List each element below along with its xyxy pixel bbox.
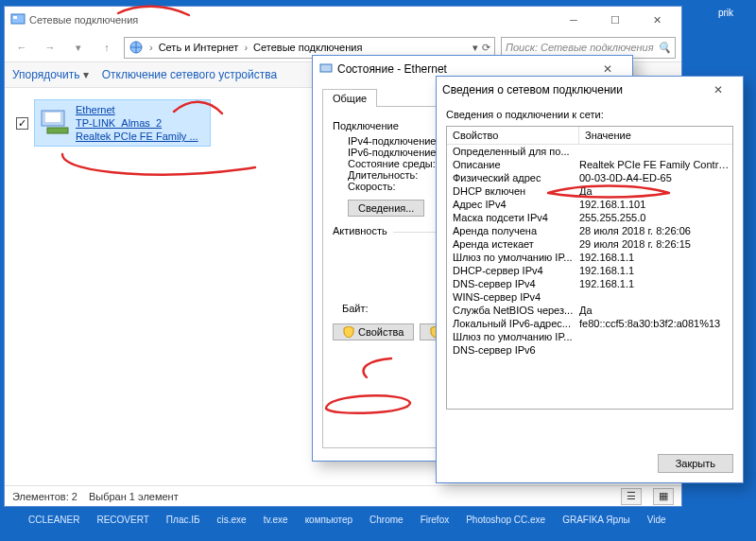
property-row[interactable]: WINS-сервер IPv4 [447, 290, 732, 304]
view-icons-button[interactable]: ▦ [653, 488, 674, 505]
properties-header[interactable]: Свойство Значение [447, 127, 732, 145]
property-row[interactable]: Определенный для по... [447, 145, 732, 158]
svg-rect-5 [47, 128, 68, 133]
property-row[interactable]: Шлюз по умолчанию IP...192.168.1.1 [447, 251, 732, 264]
task-label[interactable]: Vide [647, 515, 666, 525]
task-label[interactable]: Firefox [421, 515, 450, 525]
property-row[interactable]: Маска подсети IPv4255.255.255.0 [447, 211, 732, 224]
property-value: 192.168.1.101 [579, 199, 732, 210]
property-value [579, 331, 732, 342]
ethernet-icon [318, 61, 334, 79]
property-name: Физический адрес [447, 172, 579, 183]
task-label[interactable]: CCLEANER [28, 515, 79, 525]
property-name: DHCP включен [447, 185, 579, 197]
adapter-ssid[interactable]: TP-LINK_Almas_2 [76, 116, 198, 130]
refresh-icon[interactable]: ⟳ [482, 42, 490, 54]
task-label[interactable]: Плас.IБ [166, 515, 200, 525]
disable-device-button[interactable]: Отключение сетевого устройства [102, 68, 277, 81]
property-name: Служба NetBIOS через... [447, 305, 579, 316]
desktop-label[interactable]: prik [699, 8, 752, 18]
properties-button[interactable]: Свойства [333, 323, 414, 340]
property-row[interactable]: Аренда получена28 июля 2018 г. 8:26:06 [447, 224, 732, 237]
details-dialog: Сведения о сетевом подключении ✕ Сведени… [436, 76, 744, 483]
property-value: 192.168.1.1 [579, 265, 732, 276]
svg-rect-4 [45, 113, 60, 122]
property-value: 192.168.1.1 [579, 278, 732, 289]
property-name: DNS-сервер IPv4 [447, 278, 579, 289]
property-value: Да [579, 185, 732, 197]
dropdown-icon[interactable]: ▾ [472, 42, 478, 54]
status-dialog-title: Состояние - Ethernet [337, 62, 447, 76]
property-name: Локальный IPv6-адрес... [447, 318, 579, 329]
property-value [579, 146, 732, 157]
organize-menu[interactable]: Упорядочить ▾ [12, 68, 89, 81]
property-name: Описание [447, 159, 579, 170]
col-property[interactable]: Свойство [447, 127, 579, 144]
task-label[interactable]: tv.exe [264, 515, 288, 525]
svg-rect-6 [320, 64, 332, 72]
taskbar-labels: CCLEANERRECOVERTПлас.IБcis.exetv.exeкомп… [0, 515, 756, 541]
task-label[interactable]: RECOVERT [96, 515, 148, 525]
property-row[interactable]: Локальный IPv6-адрес...fe80::ccf5:8a30:b… [447, 317, 732, 330]
property-name: Аренда истекает [447, 238, 579, 250]
property-row[interactable]: Служба NetBIOS через...Да [447, 304, 732, 317]
control-panel-icon [10, 11, 26, 28]
crumb-connections[interactable]: Сетевые подключения [253, 42, 362, 53]
back-button[interactable]: ← [10, 36, 33, 59]
property-row[interactable]: Аренда истекает29 июля 2018 г. 8:26:15 [447, 237, 732, 251]
adapter-name[interactable]: Ethernet [76, 103, 198, 116]
property-row[interactable]: DHCP включенДа [447, 184, 732, 198]
item-count: Элементов: 2 [12, 491, 77, 502]
adapter-device[interactable]: Realtek PCIe FE Family ... [76, 130, 198, 143]
close-button-details[interactable]: Закрыть [658, 454, 733, 473]
property-name: Шлюз по умолчанию IP... [447, 331, 579, 342]
property-row[interactable]: DHCP-сервер IPv4192.168.1.1 [447, 264, 732, 277]
details-dialog-titlebar[interactable]: Сведения о сетевом подключении ✕ [437, 77, 743, 103]
tab-general[interactable]: Общие [322, 89, 377, 107]
property-value [579, 291, 732, 303]
recent-button[interactable]: ▾ [67, 36, 90, 59]
svg-rect-1 [13, 16, 17, 19]
property-name: Адрес IPv4 [447, 199, 579, 210]
property-value: 28 июля 2018 г. 8:26:06 [579, 225, 732, 236]
property-value: 00-03-0D-A4-ED-65 [579, 172, 732, 183]
crumb-network[interactable]: Сеть и Интернет [159, 42, 239, 53]
properties-list[interactable]: Свойство Значение Определенный для по...… [446, 126, 733, 410]
task-label[interactable]: cis.exe [217, 515, 247, 525]
property-row[interactable]: DNS-сервер IPv6 [447, 343, 732, 357]
up-button[interactable]: ↑ [95, 36, 118, 59]
status-bar: Элементов: 2 Выбран 1 элемент ☰ ▦ [5, 485, 681, 506]
details-subtitle: Сведения о подключении к сети: [446, 109, 733, 120]
task-label[interactable]: компьютер [305, 515, 352, 525]
property-name: Шлюз по умолчанию IP... [447, 252, 579, 263]
property-value: 29 июля 2018 г. 8:26:15 [579, 238, 732, 250]
network-icon [129, 40, 144, 55]
task-label[interactable]: Photoshop CC.exe [466, 515, 545, 525]
task-label[interactable]: GRAFIKA Ярлы [562, 515, 630, 525]
maximize-button[interactable]: ☐ [596, 9, 634, 31]
property-row[interactable]: ОписаниеRealtek PCIe FE Family Controlle… [447, 158, 732, 171]
task-label[interactable]: Chrome [369, 515, 404, 525]
property-value: 255.255.255.0 [579, 212, 732, 223]
search-icon: 🔍 [658, 42, 671, 54]
property-row[interactable]: Шлюз по умолчанию IP... [447, 330, 732, 343]
property-value: Да [579, 305, 732, 316]
property-name: Определенный для по... [447, 146, 579, 157]
property-row[interactable]: Физический адрес00-03-0D-A4-ED-65 [447, 171, 732, 184]
forward-button[interactable]: → [39, 36, 61, 59]
view-details-button[interactable]: ☰ [621, 488, 642, 505]
property-value [579, 344, 732, 356]
shield-icon [343, 326, 354, 338]
property-name: Маска подсети IPv4 [447, 212, 579, 223]
details-button[interactable]: Сведения... [348, 200, 424, 217]
bytes-label: Байт: [333, 303, 408, 314]
property-value: fe80::ccf5:8a30:b3f2:a081%13 [579, 318, 732, 329]
minimize-button[interactable]: ─ [555, 9, 593, 31]
col-value[interactable]: Значение [579, 127, 732, 144]
details-dialog-close-button[interactable]: ✕ [699, 79, 737, 101]
explorer-titlebar[interactable]: Сетевые подключения ─ ☐ ✕ [5, 7, 681, 33]
adapter-checkbox[interactable]: ✓ [16, 117, 28, 130]
property-row[interactable]: DNS-сервер IPv4192.168.1.1 [447, 277, 732, 290]
property-row[interactable]: Адрес IPv4192.168.1.101 [447, 198, 732, 211]
close-button[interactable]: ✕ [638, 9, 676, 31]
